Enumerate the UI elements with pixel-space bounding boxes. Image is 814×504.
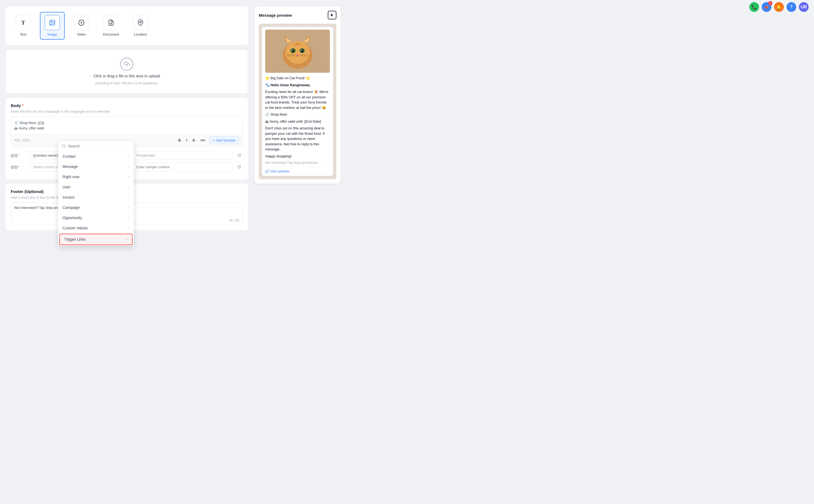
svg-point-14	[285, 41, 310, 64]
svg-marker-3	[81, 22, 82, 24]
strikethrough-button[interactable]: S	[191, 137, 196, 143]
dropdown-item-right-now[interactable]: Right now ›	[58, 172, 134, 182]
text-media-icon: T	[16, 15, 31, 30]
dropdown-item-message[interactable]: Message ›	[58, 161, 134, 172]
left-panel: T Text Image	[5, 6, 248, 502]
variable-1-delete-button[interactable]	[236, 152, 243, 159]
right-panel: Message preview	[254, 6, 341, 502]
chevron-right-icon: ›	[127, 237, 128, 241]
visit-link-text: Visit website	[270, 169, 289, 173]
main-container: T Text Image	[0, 2, 814, 504]
svg-point-22	[301, 49, 303, 53]
media-type-document[interactable]: Document	[98, 12, 124, 40]
chevron-right-icon: ›	[128, 165, 129, 168]
preview-sale-title: 🌟 Big Sale on Cat Food! 🌟	[265, 75, 330, 81]
dropdown-item-trigger-links[interactable]: Trigger Links ›	[59, 234, 133, 245]
upload-icon	[120, 58, 133, 71]
media-type-video[interactable]: Video	[69, 12, 94, 40]
code-button[interactable]: </>	[199, 137, 207, 143]
external-link-icon	[265, 170, 269, 173]
document-media-icon	[104, 15, 119, 30]
dropdown-item-campaign[interactable]: Campaign ›	[58, 202, 134, 213]
media-type-card: T Text Image	[5, 6, 248, 45]
svg-point-21	[292, 49, 294, 53]
italic-button[interactable]: I	[185, 137, 189, 143]
announce-badge: 1	[768, 1, 772, 5]
chevron-right-icon: ›	[128, 195, 129, 199]
media-type-text[interactable]: T Text	[11, 12, 36, 40]
variable-2-sample-input[interactable]	[133, 163, 233, 171]
help-icon-button[interactable]: ?	[787, 2, 796, 12]
whatsapp-message-bubble: 🌟 Big Sale on Cat Food! 🌟 🐾 Hello Umar R…	[262, 27, 333, 176]
upload-area[interactable]: Click or drag a file to this area to upl…	[5, 49, 248, 94]
dropdown-item-user[interactable]: User ›	[58, 182, 134, 192]
chevron-right-icon: ›	[128, 154, 129, 158]
preview-body: Exciting news for all cat lovers! 🎉 We'r…	[265, 89, 330, 110]
bell-icon-button[interactable]: 🔔	[774, 2, 784, 12]
variable-label-2: {{2}}*	[11, 165, 27, 169]
body-label: Body *	[11, 103, 243, 108]
variable-dropdown: Contact › Message › Right now › User › I…	[58, 141, 134, 246]
svg-point-6	[140, 21, 141, 23]
video-media-label: Video	[77, 32, 86, 36]
announce-icon-button[interactable]: 📣 1	[762, 2, 771, 12]
image-media-icon	[45, 15, 60, 30]
variable-label-1: {{1}}*	[11, 153, 27, 157]
body-required-star: *	[22, 103, 24, 108]
chevron-right-icon: ›	[128, 206, 129, 209]
preview-text: 🌟 Big Sale on Cat Food! 🌟 🐾 Hello Umar R…	[265, 75, 330, 159]
dropdown-item-opportunity[interactable]: Opportunity ›	[58, 213, 134, 223]
location-media-label: Location	[134, 32, 147, 36]
document-media-label: Document	[103, 32, 119, 36]
svg-point-23	[292, 50, 293, 51]
media-type-image[interactable]: Image	[40, 12, 65, 40]
upload-text: Click or drag a file to this area to upl…	[94, 74, 160, 78]
preview-header: Message preview	[259, 11, 336, 19]
preview-card: Message preview	[254, 6, 341, 184]
preview-visit-link[interactable]: Visit website	[265, 167, 330, 173]
preview-shop: 🛒 Shop Now:	[265, 112, 330, 117]
body-format-buttons: B I S </> + Add Variable	[177, 136, 239, 144]
text-media-label: Text	[20, 32, 26, 36]
location-media-icon	[133, 15, 148, 30]
preview-extra: Don't miss out on this amazing deal to p…	[265, 126, 330, 152]
preview-footer-text: Not interested? Tap Stop promotions	[265, 161, 330, 165]
chevron-right-icon: ›	[128, 216, 129, 220]
preview-play-button[interactable]	[328, 11, 336, 19]
preview-title: Message preview	[259, 13, 292, 18]
dropdown-search-wrapper	[58, 141, 134, 151]
chevron-right-icon: ›	[128, 185, 129, 189]
upload-subtext: according to W3C WCAG 2.0 AA guidelines.	[95, 81, 158, 85]
dropdown-item-invoice[interactable]: Invoice ›	[58, 192, 134, 202]
add-variable-button[interactable]: + Add Variable	[209, 136, 239, 144]
preview-cat-image	[265, 30, 330, 73]
preview-offer: 🕰 Hurry, offer valid until: [End Date]	[265, 119, 330, 124]
dropdown-search-input[interactable]	[68, 144, 130, 148]
variable-2-delete-button[interactable]	[236, 163, 243, 171]
svg-line-30	[267, 170, 268, 171]
body-char-count: 443 / 1024	[14, 139, 30, 142]
media-type-location[interactable]: Location	[128, 12, 153, 40]
image-media-label: Image	[47, 32, 57, 36]
chevron-right-icon: ›	[128, 175, 129, 179]
whatsapp-preview: 🌟 Big Sale on Cat Food! 🌟 🐾 Hello Umar R…	[259, 24, 336, 179]
svg-point-8	[62, 144, 65, 147]
chevron-right-icon: ›	[128, 226, 129, 230]
user-avatar-button[interactable]: UR	[799, 2, 809, 12]
preview-closing: Happy shopping!	[265, 154, 330, 159]
svg-point-1	[51, 21, 52, 22]
body-sublabel: Enter the text for your message in the l…	[11, 109, 243, 113]
play-icon	[330, 13, 334, 17]
topbar: 📞 📣 1 🔔 ? UR	[744, 0, 814, 14]
video-media-icon	[74, 15, 89, 30]
dropdown-item-contact[interactable]: Contact ›	[58, 151, 134, 161]
search-icon	[61, 144, 66, 148]
preview-greeting: 🐾 Hello Umar Ranginwala,	[265, 82, 330, 88]
bold-button[interactable]: B	[177, 137, 182, 143]
svg-point-24	[301, 50, 302, 51]
phone-icon-button[interactable]: 📞	[749, 2, 759, 12]
variable-1-sample-input[interactable]	[133, 151, 233, 160]
svg-line-9	[64, 147, 65, 148]
svg-marker-11	[331, 14, 333, 17]
dropdown-item-custom-values[interactable]: Custom Values ›	[58, 223, 134, 233]
